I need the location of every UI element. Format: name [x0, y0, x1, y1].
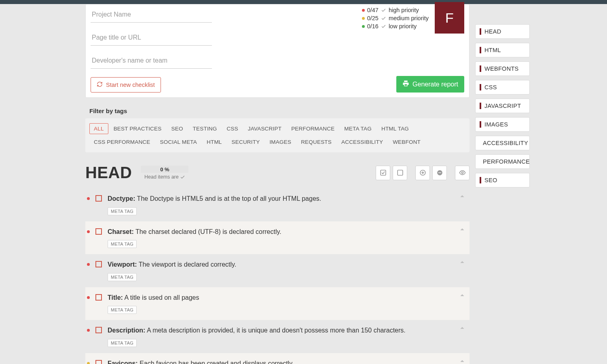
item-text: Favicons: Each favicon has been created … — [108, 359, 465, 364]
check-icon — [381, 24, 386, 29]
nav-item-webfonts[interactable]: WEBFONTS — [475, 61, 530, 76]
filter-tag-requests[interactable]: REQUESTS — [296, 137, 336, 147]
item-checkbox[interactable] — [95, 360, 102, 364]
collapse-toggle[interactable] — [459, 193, 465, 201]
priority-dot-high — [362, 9, 365, 12]
progress-bar: 0 % — [141, 166, 188, 173]
filter-tag-all[interactable]: ALL — [89, 123, 108, 134]
filter-tag-performance[interactable]: PERFORMANCE — [287, 123, 339, 134]
collapse-toggle[interactable] — [459, 325, 465, 332]
project-form-card: F 0/47 high priority 0/25 medium priorit… — [85, 4, 470, 98]
nav-label: ACCESSIBILITY — [483, 140, 528, 146]
item-checkbox[interactable] — [95, 195, 102, 202]
filter-title: Filter by tags — [89, 107, 470, 114]
item-tag[interactable]: META TAG — [108, 240, 137, 248]
nav-label: HTML — [484, 47, 501, 53]
generate-report-label: Generate report — [412, 81, 458, 88]
low-count: 0/16 — [367, 22, 379, 30]
checklist-item: Description: A meta description is provi… — [85, 320, 470, 353]
filter-tag-html[interactable]: HTML — [202, 137, 226, 147]
svg-rect-1 — [381, 170, 386, 175]
checklist-item: Viewport: The viewport is declared corre… — [85, 254, 470, 287]
filter-tag-security[interactable]: SECURITY — [227, 137, 264, 147]
priority-dot — [87, 230, 90, 233]
top-bar — [0, 0, 607, 4]
filter-tag-social-meta[interactable]: SOCIAL META — [156, 137, 201, 147]
filter-tag-seo[interactable]: SEO — [167, 123, 187, 134]
filter-tag-accessibility[interactable]: ACCESSIBILITY — [337, 137, 387, 147]
item-text: Description: A meta description is provi… — [108, 326, 465, 335]
collapse-all-button[interactable] — [432, 166, 447, 180]
item-text: Charset: The charset declared (UTF-8) is… — [108, 227, 465, 236]
filter-tag-html-tag[interactable]: HTML TAG — [377, 123, 413, 134]
nav-item-performance[interactable]: PERFORMANCE — [475, 154, 530, 169]
checklist-item: Title: A title is used on all pagesMETA … — [85, 287, 470, 320]
filter-tag-webfont[interactable]: WEBFONT — [388, 137, 425, 147]
filter-tag-css-performance[interactable]: CSS PERFORMANCE — [89, 137, 155, 147]
priority-dot — [87, 329, 90, 332]
item-checkbox[interactable] — [95, 327, 102, 333]
filter-tag-best-practices[interactable]: BEST PRACTICES — [109, 123, 166, 134]
nav-item-seo[interactable]: SEO — [475, 173, 530, 187]
priority-dot — [87, 263, 90, 266]
collapse-toggle[interactable] — [459, 259, 465, 267]
nav-item-javascript[interactable]: JAVASCRIPT — [475, 99, 530, 113]
item-tag[interactable]: META TAG — [108, 207, 137, 215]
svg-point-8 — [461, 172, 463, 173]
nav-accent — [480, 177, 481, 183]
project-name-input[interactable] — [91, 7, 212, 23]
nav-item-head[interactable]: HEAD — [475, 24, 530, 39]
filter-section: Filter by tags ALLBEST PRACTICESSEOTESTI… — [85, 107, 470, 152]
item-tag[interactable]: META TAG — [108, 306, 137, 314]
nav-item-html[interactable]: HTML — [475, 43, 530, 57]
filter-tag-images[interactable]: IMAGES — [265, 137, 296, 147]
filter-tag-meta-tag[interactable]: META TAG — [340, 123, 376, 134]
item-checkbox[interactable] — [95, 261, 102, 267]
priority-stats: 0/47 high priority 0/25 medium priority … — [362, 6, 429, 30]
expand-all-button[interactable] — [415, 166, 430, 180]
item-tag[interactable]: META TAG — [108, 273, 137, 281]
print-icon — [402, 80, 409, 88]
collapse-toggle[interactable] — [459, 226, 465, 234]
low-label: low priority — [389, 22, 417, 30]
item-checkbox[interactable] — [95, 294, 102, 301]
section-header: HEAD 0 % Head items are — [85, 164, 470, 182]
nav-item-images[interactable]: IMAGES — [475, 117, 530, 132]
collapse-toggle[interactable] — [459, 292, 465, 300]
nav-label: IMAGES — [484, 121, 508, 128]
visibility-button[interactable] — [455, 166, 470, 180]
nav-accent — [480, 121, 481, 128]
nav-label: CSS — [484, 84, 497, 90]
svg-rect-2 — [398, 170, 403, 175]
section-title: HEAD — [85, 164, 132, 182]
collapse-toggle[interactable] — [459, 358, 465, 364]
svg-rect-0 — [405, 84, 407, 86]
checklist-item: Charset: The charset declared (UTF-8) is… — [85, 221, 470, 255]
start-new-checklist-button[interactable]: Start new checklist — [91, 77, 161, 93]
priority-dot — [87, 362, 90, 364]
filter-tag-testing[interactable]: TESTING — [188, 123, 222, 134]
nav-item-css[interactable]: CSS — [475, 80, 530, 95]
check-all-button[interactable] — [376, 166, 390, 180]
start-new-label: Start new checklist — [106, 82, 155, 88]
high-count: 0/47 — [367, 6, 379, 14]
svg-rect-7 — [438, 173, 441, 173]
uncheck-all-button[interactable] — [393, 166, 407, 180]
checklist-items: Doctype: The Doctype is HTML5 and is at … — [85, 188, 470, 364]
item-tag[interactable]: META TAG — [108, 339, 137, 347]
priority-dot-medium — [362, 17, 365, 20]
filter-tag-javascript[interactable]: JAVASCRIPT — [243, 123, 286, 134]
section-nav: HEADHTMLWEBFONTSCSSJAVASCRIPTIMAGESACCES… — [475, 24, 530, 191]
nav-accent — [480, 28, 481, 35]
developer-input[interactable] — [91, 53, 212, 69]
filter-tags: ALLBEST PRACTICESSEOTESTINGCSSJAVASCRIPT… — [85, 118, 470, 152]
page-url-input[interactable] — [91, 30, 212, 46]
generate-report-button[interactable]: Generate report — [396, 76, 464, 93]
nav-accent — [480, 47, 481, 53]
priority-dot-low — [362, 25, 365, 28]
nav-accent — [480, 84, 481, 90]
nav-label: SEO — [484, 177, 497, 183]
filter-tag-css[interactable]: CSS — [222, 123, 243, 134]
nav-item-accessibility[interactable]: ACCESSIBILITY — [475, 136, 530, 150]
item-checkbox[interactable] — [95, 228, 102, 235]
